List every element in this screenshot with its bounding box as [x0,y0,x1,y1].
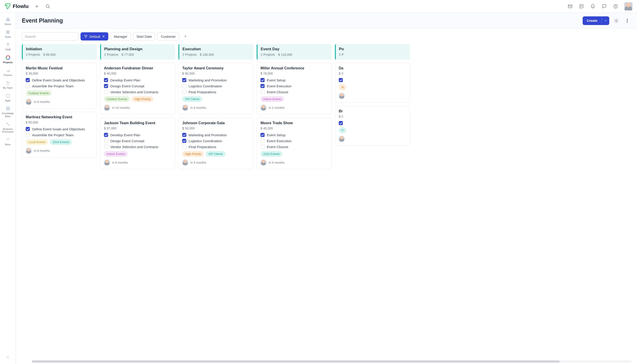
assignee-avatar[interactable] [260,105,266,110]
task-row[interactable]: Event Closure [260,90,328,94]
checkbox[interactable] [26,127,30,131]
sidebar-item-kb[interactable]: Knowledge Base [1,105,15,119]
sidebar-item-myteam[interactable]: My Team [1,79,15,90]
checkbox[interactable] [26,133,30,137]
checkbox[interactable] [26,84,30,88]
task-row[interactable]: Logistics Coordination [182,84,250,88]
task-row[interactable]: Design Event Concept [104,139,171,143]
checkbox[interactable] [260,84,264,88]
sidebar-item-more[interactable]: More [1,136,15,147]
column-header[interactable]: Planning and Design2 Projects$ 77,000 [100,44,175,60]
project-card[interactable]: Da$ 3H [335,63,410,102]
task-row[interactable] [339,121,406,125]
tag[interactable]: VIP Clients [206,151,226,157]
filter-active[interactable]: Default ✕ [80,32,108,40]
checkbox[interactable] [182,84,186,88]
project-card[interactable]: Br$ 2V [335,106,410,146]
close-icon[interactable]: ✕ [102,34,105,38]
assignee-avatar[interactable] [339,93,345,99]
project-card[interactable]: Jackson Team Building Event$ 37,000Devel… [100,118,175,169]
checkbox[interactable] [104,133,108,137]
checkbox[interactable] [260,78,264,82]
checkbox[interactable] [339,121,343,125]
bell-icon[interactable] [590,4,596,9]
task-row[interactable]: Event Execution [260,139,328,143]
checkbox[interactable] [26,78,30,82]
task-row[interactable]: Develop Event Plan [104,78,171,82]
assignee-avatar[interactable] [182,105,188,110]
chat-icon[interactable] [602,4,607,9]
column-header[interactable]: Execution2 Projects$ 140,000 [178,44,254,60]
task-row[interactable]: Marketing and Promotion [182,133,250,137]
task-row[interactable]: Event Setup [260,133,328,137]
sidebar-item-crm[interactable]: CRM [1,41,15,52]
sidebar-item-agile[interactable]: Agile [1,92,15,103]
project-card[interactable]: Moore Trade Show$ 40,000Event SetupEvent… [256,118,332,169]
checkbox[interactable] [260,133,264,137]
logo[interactable]: Flowlu [4,3,29,10]
checkbox[interactable] [260,139,264,143]
sidebar-item-finance[interactable]: Finance [1,66,15,78]
tag[interactable]: High Priority [132,96,153,102]
sidebar-collapse[interactable] [1,354,15,361]
assignee-avatar[interactable] [260,160,266,166]
task-row[interactable]: Marketing and Promotion [182,78,250,82]
filter-chip-customer[interactable]: Customer [158,32,179,40]
tag[interactable]: Local Events [26,139,48,145]
project-card[interactable]: Martinez Networking Event$ 50,000Define … [22,112,97,158]
notes-icon[interactable] [579,4,584,9]
assignee-avatar[interactable] [104,160,110,166]
checkbox[interactable] [260,90,264,94]
sidebar-item-bp[interactable]: Business Processes [1,120,15,134]
task-row[interactable]: Event Setup [260,78,328,82]
checkbox[interactable] [104,90,108,94]
tag[interactable]: High Priority [182,151,204,157]
tag[interactable]: H [339,84,346,90]
task-row[interactable]: Event Execution [260,84,328,88]
task-row[interactable]: Assemble the Project Team [26,133,93,137]
assignee-avatar[interactable] [339,136,345,142]
column-header[interactable]: Po2 P [335,44,410,60]
horizontal-scrollbar[interactable] [32,360,632,363]
task-row[interactable]: Design Event Concept [104,84,171,88]
tag[interactable]: Indoor Events [260,96,284,102]
create-button[interactable]: Create [583,16,609,25]
project-card[interactable]: Johnson Corporate Gala$ 50,000Marketing … [178,118,254,169]
checkbox[interactable] [104,84,108,88]
project-card[interactable]: Anderson Fundraiser Dinner$ 40,000Develo… [100,63,175,114]
task-row[interactable]: Final Preparations [182,145,250,149]
tag[interactable]: 2024 Events [260,151,282,157]
task-row[interactable]: Assemble the Project Team [26,84,93,88]
task-row[interactable]: Final Preparations [182,90,250,94]
assignee-avatar[interactable] [182,160,188,166]
checkbox[interactable] [104,145,108,149]
search-input[interactable]: Search [22,32,78,40]
checkbox[interactable] [339,78,343,82]
column-header[interactable]: Initiation2 Projects$ 89,000 [22,44,97,60]
checkbox[interactable] [182,145,186,149]
task-row[interactable]: Define Event Goals and Objectives [26,78,93,82]
project-card[interactable]: Martin Music Festival$ 39,000Define Even… [22,63,97,108]
tag[interactable]: Outdoor Events [104,96,130,102]
tag[interactable]: Indoor Events [104,151,128,157]
task-row[interactable]: Logistics Coordination [182,139,250,143]
checkbox[interactable] [182,78,186,82]
filter-chip-start-date[interactable]: Start Date [133,32,156,40]
filter-chip-manager[interactable]: Manager [110,32,131,40]
board-scroll[interactable]: Initiation2 Projects$ 89,000Martin Music… [16,43,637,360]
checkbox[interactable] [182,133,186,137]
project-card[interactable]: Taylor Award Ceremony$ 90,000Marketing a… [178,63,254,114]
task-row[interactable]: Event Closure [260,145,328,149]
create-dropdown[interactable] [602,16,609,25]
settings-icon[interactable] [612,17,620,24]
checkbox[interactable] [260,145,264,149]
sidebar-item-tasks[interactable]: Tasks [1,28,15,40]
task-row[interactable]: Define Event Goals and Objectives [26,127,93,131]
user-avatar[interactable] [624,2,632,10]
checkbox[interactable] [182,90,186,94]
checkbox[interactable] [104,139,108,143]
checkbox[interactable] [182,139,186,143]
sidebar-item-home[interactable]: Home [1,16,15,27]
tag[interactable]: Outdoor Events [26,90,52,96]
new-icon[interactable] [34,4,40,9]
